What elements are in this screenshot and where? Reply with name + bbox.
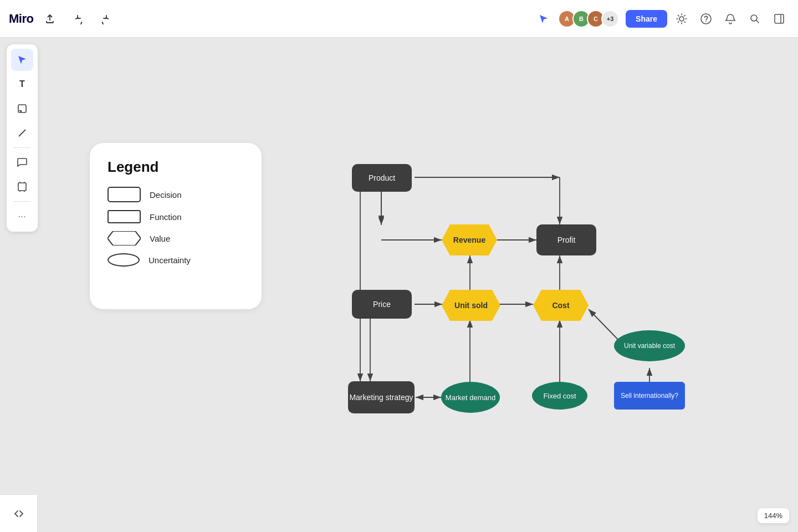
toolbar-divider-2 bbox=[13, 201, 31, 202]
function-shape-icon bbox=[108, 210, 141, 223]
legend-decision-label: Decision bbox=[150, 190, 182, 200]
cursor-tool[interactable] bbox=[11, 49, 33, 71]
text-tool[interactable]: T bbox=[11, 73, 33, 95]
canvas: Legend Decision Function Value Uncertain… bbox=[0, 38, 798, 532]
legend-title: Legend bbox=[108, 158, 244, 176]
panel-icon-button[interactable] bbox=[769, 9, 789, 29]
search-icon-button[interactable] bbox=[745, 9, 765, 29]
legend-card: Legend Decision Function Value Uncertain… bbox=[90, 143, 262, 309]
svg-point-0 bbox=[701, 14, 711, 24]
svg-rect-3 bbox=[18, 105, 26, 112]
redo-button[interactable] bbox=[93, 9, 113, 29]
undo-redo-group bbox=[71, 9, 113, 29]
comment-tool[interactable] bbox=[11, 151, 33, 173]
line-tool[interactable] bbox=[11, 122, 33, 144]
avatar-count: +3 bbox=[601, 10, 619, 28]
help-icon-button[interactable] bbox=[696, 9, 716, 29]
header-left: Miro bbox=[9, 9, 113, 29]
bottom-left-panel bbox=[0, 494, 38, 532]
svg-marker-10 bbox=[108, 231, 141, 245]
legend-item-value: Value bbox=[108, 231, 244, 245]
legend-uncertainty-label: Uncertainty bbox=[149, 255, 191, 265]
svg-point-1 bbox=[751, 15, 757, 21]
node-sell-internationally[interactable]: Sell internationally? bbox=[614, 382, 685, 410]
miro-logo: Miro bbox=[9, 12, 33, 26]
legend-value-label: Value bbox=[150, 234, 170, 243]
node-unit-variable-cost[interactable]: Unit variable cost bbox=[614, 330, 685, 361]
node-revenue[interactable]: Revenue bbox=[442, 224, 497, 255]
toolbar-divider-1 bbox=[13, 147, 31, 148]
header-right: A B C +3 Share bbox=[536, 9, 789, 29]
node-cost[interactable]: Cost bbox=[533, 290, 589, 321]
uncertainty-shape-icon bbox=[108, 253, 140, 267]
share-button[interactable]: Share bbox=[626, 10, 667, 28]
node-profit[interactable]: Profit bbox=[536, 224, 596, 255]
node-market-demand[interactable]: Market demand bbox=[441, 382, 500, 413]
legend-item-function: Function bbox=[108, 210, 244, 223]
node-fixed-cost[interactable]: Fixed cost bbox=[532, 382, 587, 410]
export-button[interactable] bbox=[40, 9, 60, 29]
zoom-indicator[interactable]: 144% bbox=[758, 508, 789, 523]
frame-tool[interactable] bbox=[11, 176, 33, 198]
node-unit-sold[interactable]: Unit sold bbox=[442, 290, 500, 321]
legend-item-uncertainty: Uncertainty bbox=[108, 253, 244, 267]
settings-icon-button[interactable] bbox=[672, 9, 692, 29]
collaborator-avatars: A B C +3 bbox=[558, 10, 619, 28]
undo-button[interactable] bbox=[71, 9, 91, 29]
expand-panel-button[interactable] bbox=[9, 504, 29, 524]
node-product[interactable]: Product bbox=[352, 164, 412, 192]
node-price[interactable]: Price bbox=[352, 290, 412, 319]
zoom-level: 144% bbox=[764, 511, 782, 520]
notification-icon-button[interactable] bbox=[720, 9, 740, 29]
legend-function-label: Function bbox=[150, 212, 182, 222]
value-shape-icon bbox=[108, 231, 141, 245]
node-marketing-strategy[interactable]: Marketing strategy bbox=[348, 381, 415, 413]
sticky-note-tool[interactable] bbox=[11, 98, 33, 120]
header: Miro bbox=[0, 0, 798, 38]
decision-shape-icon bbox=[108, 187, 141, 202]
more-tools[interactable]: ··· bbox=[11, 205, 33, 227]
svg-line-4 bbox=[19, 130, 25, 136]
svg-rect-2 bbox=[775, 14, 784, 23]
legend-item-decision: Decision bbox=[108, 187, 244, 202]
left-toolbar: T ··· bbox=[7, 44, 38, 232]
svg-rect-5 bbox=[18, 183, 26, 191]
